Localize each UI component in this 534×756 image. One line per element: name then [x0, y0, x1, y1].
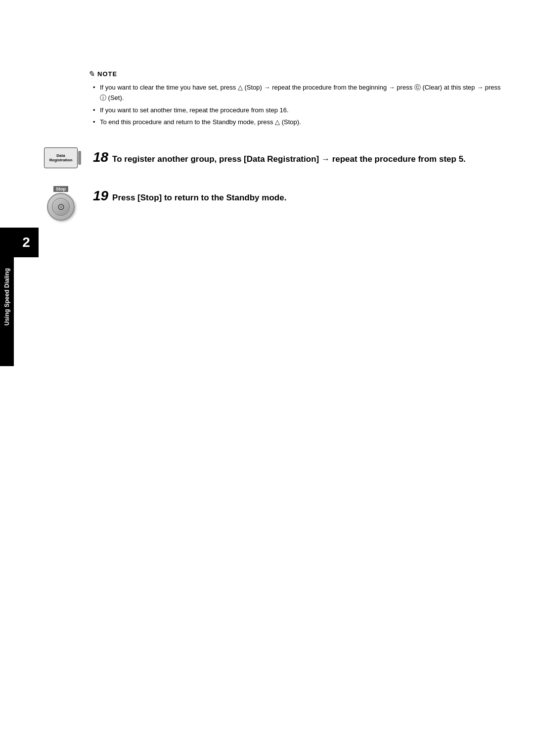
stop-label: Stop [56, 187, 66, 191]
stop-label-box: Stop [53, 186, 68, 192]
note-label: NOTE [97, 70, 117, 78]
step-18-number: 18 [93, 149, 108, 165]
note-bullets: If you want to clear the time you have s… [88, 83, 504, 128]
note-header: ✎ NOTE [88, 69, 504, 79]
step-18-row: Data Registration 18 To register another… [39, 147, 504, 168]
chapter-number: 2 [22, 235, 30, 250]
chapter-number-box: 2 [14, 228, 39, 257]
data-reg-label-line2: Registration [49, 158, 73, 163]
step-18-button-area: Data Registration [39, 147, 83, 168]
note-bullet-3: To end this procedure and return to the … [93, 117, 504, 128]
data-reg-label-line1: Data [56, 153, 65, 158]
step-19-button-area: Stop ⊙ [39, 186, 83, 221]
sidebar-tab: Using Speed Dialing [0, 228, 14, 366]
step-19-row: Stop ⊙ 19 Press [Stop] to return to the … [39, 186, 504, 221]
stop-button-area: Stop ⊙ [47, 186, 75, 221]
stop-button: ⊙ [47, 193, 75, 221]
step-19-content: Press [Stop] to return to the Standby mo… [112, 193, 286, 202]
note-icon: ✎ [88, 69, 94, 79]
stop-button-inner: ⊙ [52, 198, 70, 216]
note-bullet-1: If you want to clear the time you have s… [93, 83, 504, 103]
data-registration-button: Data Registration [44, 147, 78, 168]
page: Using Speed Dialing 2 ✎ NOTE If you want… [0, 69, 534, 756]
step-19-number: 19 [93, 188, 108, 203]
note-section: ✎ NOTE If you want to clear the time you… [88, 69, 504, 128]
step-18-text: 18 To register another group, press [Dat… [93, 147, 504, 166]
note-bullet-2: If you want to set another time, repeat … [93, 105, 504, 116]
sidebar-tab-label: Using Speed Dialing [3, 268, 10, 326]
main-content: ✎ NOTE If you want to clear the time you… [39, 69, 504, 288]
step-18-content: To register another group, press [Data R… [112, 154, 466, 164]
stop-button-symbol: ⊙ [57, 201, 65, 212]
step-19-text: 19 Press [Stop] to return to the Standby… [93, 186, 504, 204]
